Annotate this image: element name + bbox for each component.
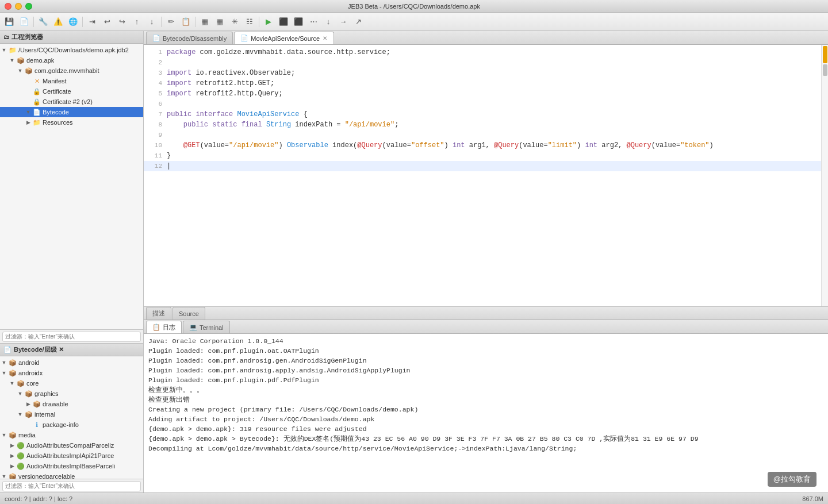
tree-item-manifest[interactable]: ✕ Manifest xyxy=(0,76,143,86)
tab-movieapi-source[interactable]: 📄 MovieApiService/Source ✕ xyxy=(234,32,334,44)
scroll-indicator xyxy=(823,46,827,63)
tab-close-movieapi[interactable]: ✕ xyxy=(322,35,328,41)
terminal-icon: 💻 xyxy=(189,324,197,331)
code-editor[interactable]: 1 package com.goldze.mvvmhabit.data.sour… xyxy=(144,45,821,306)
code-line-6: 6 xyxy=(144,99,821,109)
toolbar-arrow-ur[interactable]: ↗ xyxy=(351,15,365,29)
project-search-input[interactable] xyxy=(2,332,141,342)
icon-core: 📦 xyxy=(16,380,25,387)
minimize-button[interactable] xyxy=(15,3,22,10)
icon-graphics: 📦 xyxy=(24,390,33,398)
tab-terminal-label: Terminal xyxy=(200,324,224,331)
tree-item-resources[interactable]: ▶ 📁 Resources xyxy=(0,117,143,128)
bytecode-search-input[interactable] xyxy=(2,481,141,491)
tab-bytecode-disassembly[interactable]: 📄 Bytecode/Disassembly xyxy=(146,32,233,44)
tree-item-demoapk[interactable]: ▼ 📦 demo.apk xyxy=(0,55,143,66)
tab-source-label: Source xyxy=(179,310,199,317)
arrow-bytecode: ▼ xyxy=(24,109,32,115)
tree-item-bytecode[interactable]: ▼ 📄 Bytecode xyxy=(0,107,143,117)
toolbar-arrow-right[interactable]: → xyxy=(336,15,350,29)
tree-item-cert[interactable]: 🔒 Certificate xyxy=(0,86,143,97)
separator-1 xyxy=(33,17,34,27)
tree-item-pkg[interactable]: ▼ 📦 com.goldze.mvvmhabit xyxy=(0,66,143,76)
label-drawable: drawable xyxy=(43,401,68,407)
icon-audiobase: 🟢 xyxy=(16,463,25,470)
label-audiocompat: AudioAttributesCompatParceliz xyxy=(26,442,114,449)
manifest-icon: ✕ xyxy=(32,78,41,85)
window-controls[interactable] xyxy=(5,3,32,10)
label-media: media xyxy=(18,432,36,438)
tree-media[interactable]: ▼ 📦 media xyxy=(0,430,143,440)
code-line-2: 2 xyxy=(144,57,821,68)
toolbar-edit[interactable]: ✏ xyxy=(164,15,178,29)
toolbar-more[interactable]: ⋯ xyxy=(306,15,320,29)
separator-4 xyxy=(195,17,195,27)
arrow-audiocompat: ▶ xyxy=(8,443,16,448)
toolbar-arrow-down[interactable]: ↓ xyxy=(321,15,335,29)
toolbar-grid1[interactable]: ▦ xyxy=(198,15,212,29)
vertical-scrollbar[interactable] xyxy=(821,45,828,306)
log-tab-bar: 📋 日志 💻 Terminal xyxy=(144,320,828,334)
icon-audio21: 🟢 xyxy=(16,452,25,460)
code-line-4: 4 import retrofit2.http.GET; xyxy=(144,78,821,89)
toolbar-grid2[interactable]: ▦ xyxy=(213,15,227,29)
toolbar-copy[interactable]: 📋 xyxy=(179,15,193,29)
bytecode-panel-title: Bytecode/层级 ✕ xyxy=(14,345,64,354)
tree-android[interactable]: ▼ 📦 android xyxy=(0,357,143,368)
toolbar-forward[interactable]: ⇥ xyxy=(85,15,99,29)
toolbar-list[interactable]: ☷ xyxy=(243,15,256,29)
tree-item-root[interactable]: ▼ 📁 /Users/CQC/Downloads/demo.apk.jdb2 xyxy=(0,45,143,55)
code-line-12: 12 | xyxy=(144,161,821,171)
toolbar-save[interactable]: 💾 xyxy=(2,15,16,29)
toolbar-new[interactable]: 📄 xyxy=(17,15,31,29)
tree-androidx[interactable]: ▼ 📦 androidx xyxy=(0,368,143,378)
toolbar-stop2[interactable]: ⬛ xyxy=(292,15,305,29)
toolbar-settings[interactable]: 🔧 xyxy=(36,15,50,29)
tab-source[interactable]: Source xyxy=(172,307,205,320)
tree-internal[interactable]: ▼ 📦 internal xyxy=(0,409,143,420)
project-tree[interactable]: ▼ 📁 /Users/CQC/Downloads/demo.apk.jdb2 ▼… xyxy=(0,44,143,329)
tree-pkg-info[interactable]: ℹ package-info xyxy=(0,420,143,430)
label-androidx: androidx xyxy=(18,370,43,376)
arrow-graphics: ▼ xyxy=(16,391,24,397)
icon-android: 📦 xyxy=(8,359,17,367)
log-line-9: Adding artifact to project: /Users/CQC/D… xyxy=(148,414,823,424)
tree-drawable[interactable]: ▶ 📦 drawable xyxy=(0,399,143,409)
tree-versioned[interactable]: ▼ 📦 versionedparcelable xyxy=(0,471,143,479)
toolbar-star[interactable]: ✳ xyxy=(228,15,241,29)
maximize-button[interactable] xyxy=(25,3,32,10)
project-search-box[interactable] xyxy=(0,329,143,343)
bytecode-search-box[interactable] xyxy=(0,479,143,493)
icon-versioned: 📦 xyxy=(8,473,17,479)
tree-graphics[interactable]: ▼ 📦 graphics xyxy=(0,388,143,399)
log-content[interactable]: Java: Oracle Corporation 1.8.0_144 Plugi… xyxy=(144,334,828,493)
icon-internal: 📦 xyxy=(24,411,33,418)
tree-audio21[interactable]: ▶ 🟢 AudioAttributesImplApi21Parce xyxy=(0,451,143,461)
package-icon-pkg: 📦 xyxy=(24,67,33,75)
toolbar-run[interactable]: ▶ xyxy=(262,15,275,29)
toolbar-warning[interactable]: ⚠️ xyxy=(51,15,65,29)
bytecode-tree[interactable]: ▼ 📦 android ▼ 📦 androidx ▼ 📦 core ▼ 📦 xyxy=(0,356,143,479)
tree-label-manifest: Manifest xyxy=(43,78,67,84)
toolbar-back1[interactable]: ↩ xyxy=(100,15,114,29)
tree-audiocompat[interactable]: ▶ 🟢 AudioAttributesCompatParceliz xyxy=(0,440,143,451)
project-browser-icon: 🗂 xyxy=(3,34,9,40)
tab-log-label: 日志 xyxy=(163,323,175,332)
toolbar-up[interactable]: ↑ xyxy=(130,15,144,29)
log-section: 📋 日志 💻 Terminal Java: Oracle Corporation… xyxy=(144,320,828,493)
toolbar-globe[interactable]: 🌐 xyxy=(66,15,80,29)
close-button[interactable] xyxy=(5,3,12,10)
tab-describe[interactable]: 描述 xyxy=(146,307,171,320)
toolbar-back2[interactable]: ↪ xyxy=(115,15,129,29)
resources-icon: 📁 xyxy=(32,119,41,126)
tree-item-cert2[interactable]: 🔒 Certificate #2 (v2) xyxy=(0,97,143,107)
toolbar-down[interactable]: ↓ xyxy=(145,15,159,29)
tree-label-resources: Resources xyxy=(43,119,73,126)
tab-terminal[interactable]: 💻 Terminal xyxy=(183,321,230,333)
log-line-6: 检查更新中。。。 xyxy=(148,385,823,395)
tree-audiobase[interactable]: ▶ 🟢 AudioAttributesImplBaseParceli xyxy=(0,461,143,471)
tab-log[interactable]: 📋 日志 xyxy=(146,321,182,333)
tree-core[interactable]: ▼ 📦 core xyxy=(0,378,143,388)
code-line-8: 8 public static final String indexPath =… xyxy=(144,120,821,130)
toolbar-stop1[interactable]: ⬛ xyxy=(277,15,290,29)
